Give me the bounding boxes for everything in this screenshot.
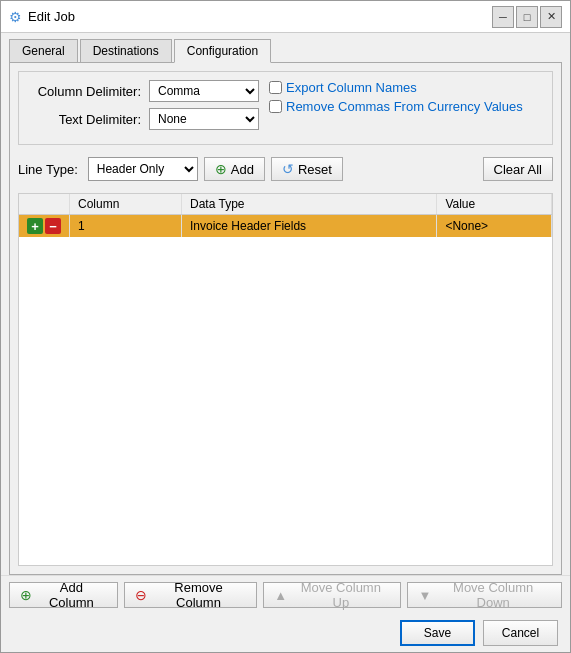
move-down-icon: ▼ xyxy=(418,588,431,603)
cancel-button[interactable]: Cancel xyxy=(483,620,558,646)
column-delimiter-row: Column Delimiter: Comma Tab Semicolon Pi… xyxy=(31,80,259,102)
tab-destinations[interactable]: Destinations xyxy=(80,39,172,62)
row-data-type: Invoice Header Fields xyxy=(182,215,437,238)
text-delimiter-select[interactable]: None Double Quote Single Quote xyxy=(149,108,259,130)
clear-all-label: Clear All xyxy=(494,162,542,177)
remove-column-button[interactable]: ⊖ Remove Column xyxy=(124,582,258,608)
remove-commas-label: Remove Commas From Currency Values xyxy=(286,99,523,114)
window-title: Edit Job xyxy=(28,9,486,24)
close-button[interactable]: ✕ xyxy=(540,6,562,28)
minimize-button[interactable]: ─ xyxy=(492,6,514,28)
window: ⚙ Edit Job ─ □ ✕ General Destinations Co… xyxy=(0,0,571,653)
table-container: Column Data Type Value 1 xyxy=(18,193,553,566)
export-column-names-checkbox[interactable] xyxy=(269,81,282,94)
reset-label: Reset xyxy=(298,162,332,177)
row-column-number: 1 xyxy=(70,215,182,238)
window-icon: ⚙ xyxy=(9,9,22,25)
tab-general[interactable]: General xyxy=(9,39,78,62)
save-button[interactable]: Save xyxy=(400,620,475,646)
maximize-button[interactable]: □ xyxy=(516,6,538,28)
bottom-toolbar: ⊕ Add Column ⊖ Remove Column ▲ Move Colu… xyxy=(1,575,570,614)
col-header-value: Value xyxy=(437,194,552,215)
move-up-button[interactable]: ▲ Move Column Up xyxy=(263,582,401,608)
main-content: Column Delimiter: Comma Tab Semicolon Pi… xyxy=(9,62,562,575)
line-type-label: Line Type: xyxy=(18,162,78,177)
col-header-icons xyxy=(19,194,70,215)
col-header-column: Column xyxy=(70,194,182,215)
checkboxes-section: Export Column Names Remove Commas From C… xyxy=(259,80,523,118)
add-column-button[interactable]: ⊕ Add Column xyxy=(9,582,118,608)
table-row[interactable]: 1 Invoice Header Fields <None> xyxy=(19,215,552,238)
remove-commas-checkbox[interactable] xyxy=(269,100,282,113)
clear-all-button[interactable]: Clear All xyxy=(483,157,553,181)
remove-column-label: Remove Column xyxy=(151,580,247,610)
add-label: Add xyxy=(231,162,254,177)
add-column-icon: ⊕ xyxy=(20,587,32,603)
line-type-bar: Line Type: Header Only Detail Only Both … xyxy=(18,153,553,185)
line-type-select[interactable]: Header Only Detail Only Both xyxy=(88,157,198,181)
add-button[interactable]: ⊕ Add xyxy=(204,157,265,181)
add-icon: ⊕ xyxy=(215,161,227,177)
add-column-label: Add Column xyxy=(36,580,107,610)
footer: Save Cancel xyxy=(1,614,570,652)
text-delimiter-row: Text Delimiter: None Double Quote Single… xyxy=(31,108,259,130)
move-down-button[interactable]: ▼ Move Column Down xyxy=(407,582,562,608)
move-up-label: Move Column Up xyxy=(291,580,390,610)
title-bar-controls: ─ □ ✕ xyxy=(492,6,562,28)
export-options-section: Column Delimiter: Comma Tab Semicolon Pi… xyxy=(18,71,553,145)
move-down-label: Move Column Down xyxy=(435,580,551,610)
row-remove-icon[interactable] xyxy=(45,218,61,234)
column-delimiter-select[interactable]: Comma Tab Semicolon Pipe xyxy=(149,80,259,102)
text-delimiter-label: Text Delimiter: xyxy=(31,112,141,127)
title-bar: ⚙ Edit Job ─ □ ✕ xyxy=(1,1,570,33)
export-column-names-checkbox-row[interactable]: Export Column Names xyxy=(269,80,523,95)
remove-commas-checkbox-row[interactable]: Remove Commas From Currency Values xyxy=(269,99,523,114)
data-table: Column Data Type Value 1 xyxy=(19,194,552,237)
tab-configuration[interactable]: Configuration xyxy=(174,39,271,63)
move-up-icon: ▲ xyxy=(274,588,287,603)
export-column-names-label: Export Column Names xyxy=(286,80,417,95)
col-header-data-type: Data Type xyxy=(182,194,437,215)
tabs-bar: General Destinations Configuration xyxy=(1,33,570,62)
column-delimiter-label: Column Delimiter: xyxy=(31,84,141,99)
row-icons-cell xyxy=(19,215,70,238)
remove-column-icon: ⊖ xyxy=(135,587,147,603)
reset-icon: ↺ xyxy=(282,161,294,177)
row-value: <None> xyxy=(437,215,552,238)
row-add-icon[interactable] xyxy=(27,218,43,234)
reset-button[interactable]: ↺ Reset xyxy=(271,157,343,181)
